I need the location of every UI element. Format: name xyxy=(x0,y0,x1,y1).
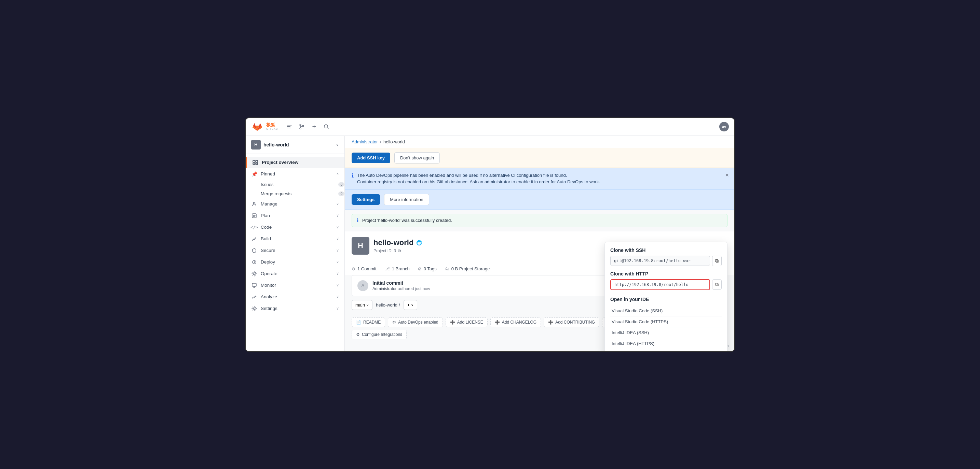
search-icon[interactable] xyxy=(323,123,330,130)
sidebar-toggle-icon[interactable] xyxy=(286,123,293,130)
sidebar-item-plan[interactable]: Plan ∨ xyxy=(246,210,344,222)
top-bar-icons: + xyxy=(286,123,330,130)
add-changelog-button[interactable]: ➕ Add CHANGELOG xyxy=(490,317,541,327)
file-path-breadcrumb: hello-world / xyxy=(376,303,400,307)
user-avatar[interactable]: av xyxy=(719,122,729,132)
info-banner-close-button[interactable]: × xyxy=(725,172,729,178)
sidebar-item-monitor[interactable]: Monitor ∨ xyxy=(246,280,344,291)
sidebar-item-analyze[interactable]: Analyze ∨ xyxy=(246,291,344,303)
monitor-chevron-icon: ∨ xyxy=(336,283,339,287)
settings-button[interactable]: Settings xyxy=(352,194,380,205)
svg-point-4 xyxy=(300,128,301,129)
sidebar-item-pinned[interactable]: 📌 Pinned ∧ xyxy=(246,168,344,180)
svg-rect-7 xyxy=(253,160,255,162)
configure-integrations-icon: ⚙ xyxy=(356,332,360,337)
sidebar-item-issues[interactable]: Issues 0 xyxy=(246,180,344,189)
auto-devops-button[interactable]: ⚙ Auto DevOps enabled xyxy=(388,317,442,327)
tags-icon: ⊘ xyxy=(418,266,422,271)
settings-banner: Settings More information xyxy=(345,190,734,209)
breadcrumb-current: hello-world xyxy=(383,139,405,144)
project-id-copy-icon[interactable]: ⧉ xyxy=(398,249,401,253)
commit-author: Administrator xyxy=(372,287,397,291)
tags-stat[interactable]: ⊘ 0 Tags xyxy=(418,266,437,271)
svg-rect-9 xyxy=(253,163,255,165)
add-changelog-icon: ➕ xyxy=(495,320,500,325)
operate-icon xyxy=(251,271,257,277)
configure-integrations-button[interactable]: ⚙ Configure Integrations xyxy=(352,330,407,339)
issues-badge: 0 xyxy=(338,182,344,187)
breadcrumb-parent[interactable]: Administrator xyxy=(352,139,378,144)
manage-icon xyxy=(251,201,257,207)
commits-stat[interactable]: ⊙ 1 Commit xyxy=(352,266,377,271)
svg-point-3 xyxy=(300,124,301,126)
sidebar-item-manage[interactable]: Manage ∨ xyxy=(246,198,344,210)
clone-vscode-https-item[interactable]: Visual Studio Code (HTTPS) xyxy=(610,317,722,327)
sidebar-mr-label: Merge requests xyxy=(261,191,291,196)
clone-ssh-copy-button[interactable]: ⧉ xyxy=(712,256,722,266)
clone-vscode-ssh-item[interactable]: Visual Studio Code (SSH) xyxy=(610,306,722,317)
merge-icon[interactable] xyxy=(298,123,305,130)
sidebar-item-label-operate: Operate xyxy=(261,271,333,276)
sidebar-item-label-deploy: Deploy xyxy=(261,260,333,265)
readme-button[interactable]: 📄 README xyxy=(352,317,385,327)
success-info-icon: ℹ xyxy=(357,217,359,223)
commits-icon: ⊙ xyxy=(352,266,355,271)
more-information-button[interactable]: More information xyxy=(384,194,429,205)
globe-icon: 🌐 xyxy=(416,240,422,246)
svg-rect-12 xyxy=(252,214,256,218)
clone-intellij-https-item[interactable]: IntelliJ IDEA (HTTPS) xyxy=(610,338,722,349)
project-big-avatar: H xyxy=(352,237,369,255)
dont-show-again-button[interactable]: Don't show again xyxy=(395,152,440,163)
deploy-icon xyxy=(251,259,257,265)
sidebar-item-merge-requests[interactable]: Merge requests 0 xyxy=(246,189,344,198)
analyze-chevron-icon: ∨ xyxy=(336,295,339,299)
info-text-line2: Container registry is not enabled on thi… xyxy=(357,179,727,185)
storage-size: 0 B Project Storage xyxy=(452,266,490,271)
svg-rect-8 xyxy=(256,160,258,162)
svg-point-11 xyxy=(253,202,255,204)
deploy-chevron-icon: ∨ xyxy=(336,260,339,264)
add-license-button[interactable]: ➕ Add LICENSE xyxy=(445,317,488,327)
monitor-icon xyxy=(251,282,257,288)
brand-text: 极狐 GITLAB xyxy=(266,122,278,130)
mr-badge: 0 xyxy=(338,192,344,196)
sidebar-item-operate[interactable]: Operate ∨ xyxy=(246,268,344,280)
sidebar-item-secure[interactable]: Secure ∨ xyxy=(246,245,344,256)
plus-icon[interactable]: + xyxy=(310,123,317,130)
storage-stat: 🗂 0 B Project Storage xyxy=(445,266,490,271)
add-ssh-key-button[interactable]: Add SSH key xyxy=(352,152,390,163)
sidebar-project-name: hello-world xyxy=(264,142,333,147)
add-icon: + xyxy=(407,303,410,307)
commit-avatar: A xyxy=(358,280,368,291)
branches-stat[interactable]: ⎇ 1 Branch xyxy=(385,266,410,271)
sidebar-item-code[interactable]: </> Code ∨ xyxy=(246,222,344,233)
clone-ssh-input[interactable] xyxy=(610,256,710,266)
svg-rect-2 xyxy=(287,128,291,128)
branch-selector[interactable]: main ∨ xyxy=(352,300,372,310)
sidebar-item-project-overview[interactable]: Project overview xyxy=(246,157,344,168)
build-chevron-icon: ∨ xyxy=(336,236,339,241)
sidebar-header[interactable]: H hello-world ∨ xyxy=(246,136,344,154)
clone-http-input[interactable] xyxy=(610,279,710,290)
add-chevron-icon: ∨ xyxy=(411,303,414,307)
svg-rect-15 xyxy=(252,283,256,287)
file-path-name[interactable]: hello-world xyxy=(376,303,398,307)
app-window: 极狐 GITLAB + av H hello-world ∨ xyxy=(245,117,735,352)
settings-icon xyxy=(251,306,257,312)
sidebar-item-build[interactable]: Build ∨ xyxy=(246,233,344,245)
svg-point-16 xyxy=(253,307,255,309)
info-icon: ℹ xyxy=(352,173,354,179)
breadcrumb: Administrator › hello-world xyxy=(345,136,734,148)
add-contributing-button[interactable]: ➕ Add CONTRIBUTING xyxy=(544,317,599,327)
clone-http-copy-button[interactable]: ⧉ xyxy=(712,279,722,290)
readme-icon: 📄 xyxy=(356,320,361,325)
add-contributing-label: Add CONTRIBUTING xyxy=(555,320,595,325)
add-file-button[interactable]: + ∨ xyxy=(404,300,418,310)
clone-intellij-ssh-item[interactable]: IntelliJ IDEA (SSH) xyxy=(610,327,722,338)
info-text-line1: The Auto DevOps pipeline has been enable… xyxy=(357,172,727,179)
branches-count: 1 Branch xyxy=(392,266,410,271)
sidebar-item-settings[interactable]: Settings ∨ xyxy=(246,303,344,314)
sidebar-item-deploy[interactable]: Deploy ∨ xyxy=(246,256,344,268)
auto-devops-label: Auto DevOps enabled xyxy=(398,320,438,325)
clone-divider xyxy=(610,295,722,295)
